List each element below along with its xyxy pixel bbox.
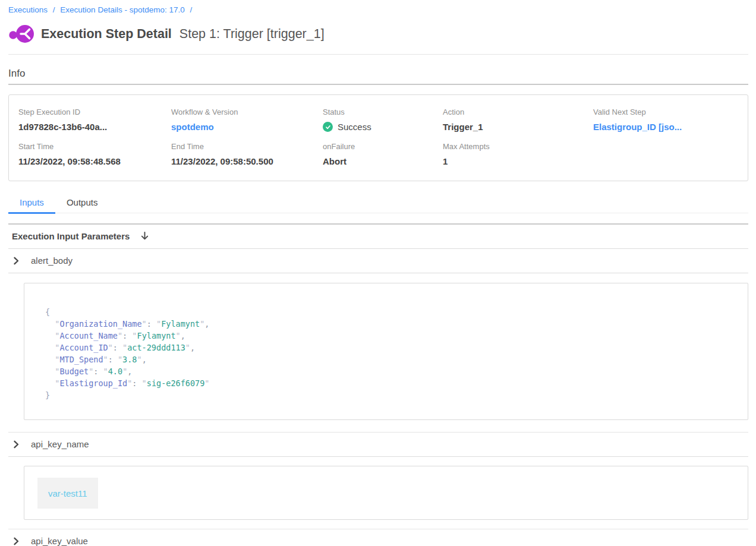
tab-inputs[interactable]: Inputs — [8, 196, 55, 214]
title-divider — [8, 54, 748, 55]
execution-step-detail-page: Executions / Execution Details - spotdem… — [0, 0, 756, 546]
page-subtitle: Step 1: Trigger [trigger_1] — [179, 27, 325, 42]
section-row-alert-body[interactable]: alert_body — [8, 249, 748, 273]
alert-body-code-panel: { "Organization_Name": "Fylamynt", "Acco… — [24, 283, 748, 420]
status-badge: Success — [323, 122, 443, 132]
info-card: Step Execution ID 1d97828c-13b6-40a... W… — [8, 94, 748, 181]
chevron-right-icon — [12, 537, 20, 545]
field-value: Trigger_1 — [443, 122, 593, 132]
section-row-api-key-value[interactable]: api_key_value — [8, 529, 748, 546]
field-label: Status — [323, 108, 443, 116]
success-check-icon — [323, 122, 333, 132]
info-field-max-attempts: Max Attempts 1 — [443, 142, 593, 166]
section-label-alert-body: alert_body — [31, 255, 73, 266]
info-field-end-time: End Time 11/23/2022, 09:58:50.500 — [171, 142, 323, 166]
workflow-step-icon — [8, 23, 34, 45]
execution-input-parameters-header: Execution Input Parameters — [8, 225, 748, 249]
field-label: End Time — [171, 142, 323, 151]
field-label: Step Execution ID — [18, 108, 171, 116]
field-label: Action — [443, 108, 593, 116]
info-field-action: Action Trigger_1 — [443, 108, 593, 132]
valid-next-step-link[interactable]: Elastigroup_ID [jso... — [593, 122, 682, 132]
info-field-step-execution-id: Step Execution ID 1d97828c-13b6-40a... — [18, 108, 171, 132]
workflow-link[interactable]: spotdemo — [171, 122, 214, 132]
info-field-valid-next-step: Valid Next Step Elastigroup_ID [jso... — [593, 108, 738, 132]
breadcrumb-separator: / — [190, 5, 192, 14]
field-value: 11/23/2022, 09:58:48.568 — [18, 156, 171, 166]
tab-outputs[interactable]: Outputs — [55, 196, 109, 214]
field-value: 11/23/2022, 09:58:50.500 — [171, 156, 323, 166]
execution-input-parameters-title: Execution Input Parameters — [12, 231, 130, 241]
chevron-right-icon — [12, 257, 20, 265]
field-label: onFailure — [323, 142, 443, 151]
field-value: 1 — [443, 156, 593, 166]
api-key-name-panel: var-test11 — [24, 466, 748, 520]
info-field-start-time: Start Time 11/23/2022, 09:58:48.568 — [18, 142, 171, 166]
breadcrumb-link-execution-details[interactable]: Execution Details - spotdemo: 17.0 — [60, 5, 184, 14]
status-text: Success — [338, 122, 371, 132]
breadcrumb-link-executions[interactable]: Executions — [8, 5, 48, 14]
section-row-api-key-name[interactable]: api_key_name — [8, 433, 748, 457]
json-code-block: { "Organization_Name": "Fylamynt", "Acco… — [45, 306, 736, 401]
field-label: Workflow & Version — [171, 108, 323, 116]
page-title: Execution Step Detail — [41, 27, 172, 42]
page-header: Execution Step Detail Step 1: Trigger [t… — [8, 23, 748, 45]
download-arrow-icon[interactable] — [140, 231, 150, 241]
info-field-status: Status Success — [323, 108, 443, 132]
field-label: Valid Next Step — [593, 108, 738, 116]
chevron-right-icon — [12, 440, 20, 449]
info-field-workflow-version: Workflow & Version spotdemo — [171, 108, 323, 132]
info-heading: Info — [8, 68, 748, 80]
breadcrumb-separator: / — [53, 5, 55, 14]
breadcrumb: Executions / Execution Details - spotdem… — [8, 0, 748, 14]
section-label-api-key-name: api_key_name — [31, 439, 89, 449]
field-value: Abort — [323, 156, 443, 166]
info-field-onfailure: onFailure Abort — [323, 142, 443, 166]
tab-bar: Inputs Outputs — [8, 196, 748, 213]
field-label: Start Time — [18, 142, 171, 151]
section-label-api-key-value: api_key_value — [31, 536, 88, 546]
field-label: Max Attempts — [443, 142, 593, 151]
info-heading-rule — [8, 84, 748, 85]
api-key-name-value: var-test11 — [37, 478, 98, 509]
field-value: 1d97828c-13b6-40a... — [18, 122, 171, 132]
info-field-empty — [593, 142, 738, 166]
